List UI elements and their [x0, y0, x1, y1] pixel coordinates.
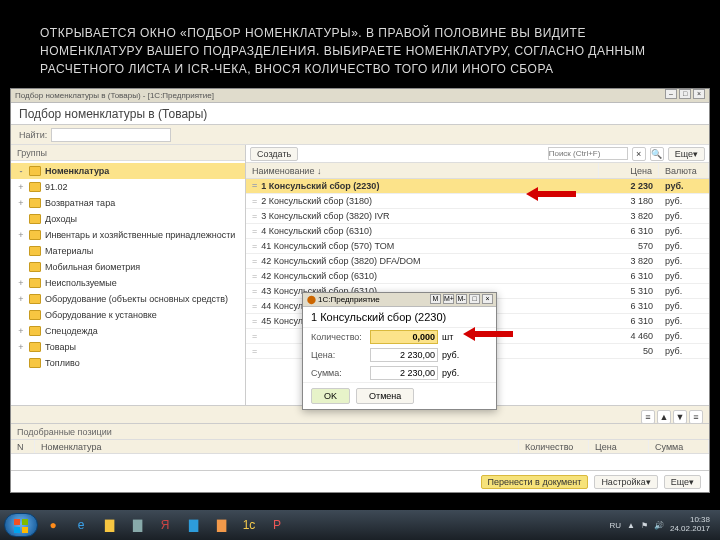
footer: Перенести в документ Настройка ▾ Еще ▾	[11, 470, 709, 492]
filter-input[interactable]	[548, 147, 628, 160]
page-prev[interactable]: ▲	[657, 410, 671, 424]
arrow-annotation-top	[526, 187, 576, 201]
more-button[interactable]: Еще ▾	[668, 147, 705, 161]
clock[interactable]: 10:38 24.02.2017	[670, 516, 710, 534]
tree-item[interactable]: +Оборудование (объекты основных средств)	[11, 291, 245, 307]
col-name[interactable]: Наименование ↓	[246, 163, 599, 178]
tree-item[interactable]: -Номенклатура	[11, 163, 245, 179]
popup-min[interactable]: M	[430, 294, 441, 304]
tree-item[interactable]: Оборудование к установке	[11, 307, 245, 323]
price-input[interactable]	[370, 348, 438, 362]
selected-columns: N Номенклатура Количество Цена Сумма	[11, 440, 709, 454]
folder-icon	[29, 342, 41, 352]
tree-item[interactable]: +91.02	[11, 179, 245, 195]
footer-more-button[interactable]: Еще ▾	[664, 475, 701, 489]
sum-input[interactable]	[370, 366, 438, 380]
sum-label: Сумма:	[311, 368, 366, 378]
item-row[interactable]: =41 Консульский сбор (570) TOM570руб.	[246, 239, 709, 254]
app-title: Подбор номенклатуры в (Товары) - [1С:Пре…	[15, 91, 214, 100]
max-button[interactable]: □	[679, 89, 691, 99]
folder-icon	[29, 278, 41, 288]
popup-m3[interactable]: M-	[456, 294, 467, 304]
task-ppt[interactable]: P	[264, 513, 290, 537]
qty-input[interactable]	[370, 330, 438, 344]
page-last[interactable]: ≡	[689, 410, 703, 424]
item-row[interactable]: =42 Консульский сбор (3820) DFA/DOM3 820…	[246, 254, 709, 269]
close-button[interactable]: ×	[693, 89, 705, 99]
min-button[interactable]: –	[665, 89, 677, 99]
task-outlook[interactable]: ▇	[208, 513, 234, 537]
create-button[interactable]: Создать	[250, 147, 298, 161]
col-nomenclature[interactable]: Номенклатура	[35, 440, 519, 453]
tray-net-icon[interactable]: ⚑	[641, 521, 648, 530]
items-header: Наименование ↓ Цена Валюта	[246, 163, 709, 179]
popup-help[interactable]: □	[469, 294, 480, 304]
tree-item[interactable]: +Спецодежда	[11, 323, 245, 339]
lang-indicator[interactable]: RU	[609, 521, 621, 530]
item-row[interactable]: =3 Консульский сбор (3820) IVR3 820руб.	[246, 209, 709, 224]
find-button[interactable]: 🔍	[650, 147, 664, 161]
col-n[interactable]: N	[11, 440, 35, 453]
popup-m2[interactable]: M+	[443, 294, 454, 304]
task-app3[interactable]: ▇	[180, 513, 206, 537]
qty-label: Количество:	[311, 332, 366, 342]
page-title: Подбор номенклатуры в (Товары)	[11, 103, 709, 125]
task-app1[interactable]: ▇	[124, 513, 150, 537]
folder-icon	[29, 166, 41, 176]
tree-item[interactable]: +Инвентарь и хозяйственные принадлежност…	[11, 227, 245, 243]
tray-vol-icon[interactable]: 🔊	[654, 521, 664, 530]
folder-icon	[29, 182, 41, 192]
folder-icon	[29, 326, 41, 336]
folder-icon	[29, 294, 41, 304]
cancel-button[interactable]: Отмена	[356, 388, 414, 404]
task-app2[interactable]: Я	[152, 513, 178, 537]
price-label: Цена:	[311, 350, 366, 360]
transfer-button[interactable]: Перенести в документ	[481, 475, 589, 489]
tree-item[interactable]: Топливо	[11, 355, 245, 371]
group-tree[interactable]: -Номенклатура+91.02+Возвратная тараДоход…	[11, 161, 245, 405]
settings-button[interactable]: Настройка ▾	[594, 475, 657, 489]
col-sum[interactable]: Сумма	[649, 440, 709, 453]
tree-item[interactable]: +Возвратная тара	[11, 195, 245, 211]
page-first[interactable]: ≡	[641, 410, 655, 424]
search-label: Найти:	[19, 130, 47, 140]
task-ie[interactable]: e	[68, 513, 94, 537]
tree-item[interactable]: +Товары	[11, 339, 245, 355]
qty-popup: ⬤ 1С:Предприятие M M+ M- □ × 1 Консульск…	[302, 292, 497, 410]
col-price2[interactable]: Цена	[589, 440, 649, 453]
popup-titlebar: ⬤ 1С:Предприятие M M+ M- □ ×	[303, 293, 496, 307]
search-input[interactable]	[51, 128, 171, 142]
arrow-annotation-popup	[463, 327, 513, 341]
item-row[interactable]: =42 Консульский сбор (6310)6 310руб.	[246, 269, 709, 284]
folder-icon	[29, 230, 41, 240]
folder-icon	[29, 310, 41, 320]
titlebar: Подбор номенклатуры в (Товары) - [1С:Пре…	[11, 89, 709, 103]
tray-icon[interactable]: ▲	[627, 521, 635, 530]
task-firefox[interactable]: ●	[40, 513, 66, 537]
col-currency[interactable]: Валюта	[659, 163, 709, 178]
tree-item[interactable]: Материалы	[11, 243, 245, 259]
popup-app: 1С:Предприятие	[318, 295, 380, 304]
start-button[interactable]	[4, 513, 38, 537]
folder-icon	[29, 262, 41, 272]
col-qty[interactable]: Количество	[519, 440, 589, 453]
groups-header: Группы	[11, 145, 245, 161]
col-price[interactable]: Цена	[599, 163, 659, 178]
tree-item[interactable]: +Неиспользуемые	[11, 275, 245, 291]
search-row: Найти:	[11, 125, 709, 145]
tree-item[interactable]: Доходы	[11, 211, 245, 227]
task-explorer[interactable]: ▇	[96, 513, 122, 537]
tree-item[interactable]: Мобильная биометрия	[11, 259, 245, 275]
popup-close[interactable]: ×	[482, 294, 493, 304]
price-cur: руб.	[442, 350, 459, 360]
search-icon[interactable]: ×	[632, 147, 646, 161]
item-row[interactable]: =1 Консульский сбор (2230)2 230руб.	[246, 179, 709, 194]
item-row[interactable]: =2 Консульский сбор (3180)3 180руб.	[246, 194, 709, 209]
folder-icon	[29, 246, 41, 256]
item-row[interactable]: =4 Консульский сбор (6310)6 310руб.	[246, 224, 709, 239]
slide-caption: ОТКРЫВАЕТСЯ ОКНО «ПОДБОР НОМЕНКЛАТУРЫ». …	[0, 0, 720, 90]
ok-button[interactable]: OK	[311, 388, 350, 404]
task-1c[interactable]: 1c	[236, 513, 262, 537]
page-next[interactable]: ▼	[673, 410, 687, 424]
app-window: Подбор номенклатуры в (Товары) - [1С:Пре…	[10, 88, 710, 493]
